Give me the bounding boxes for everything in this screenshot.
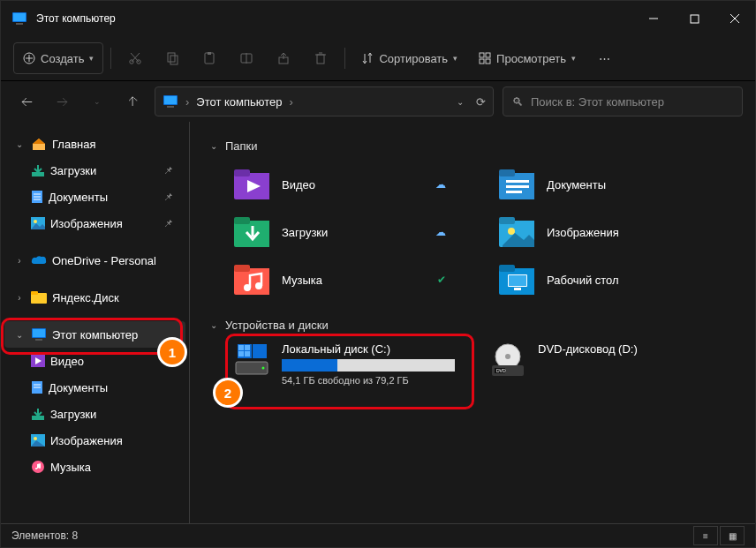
chevron-right-icon[interactable]: › bbox=[13, 291, 26, 304]
drive-c[interactable]: Локальный диск (C:) 54,1 ГБ свободно из … bbox=[234, 342, 455, 386]
svg-rect-15 bbox=[170, 56, 178, 64]
svg-rect-58 bbox=[506, 185, 529, 188]
svg-point-39 bbox=[34, 220, 37, 223]
search-input[interactable]: 🔍︎ Поиск в: Этот компьютер bbox=[503, 86, 743, 116]
tree-home[interactable]: ⌄ Главная bbox=[4, 131, 185, 157]
tree-pictures2[interactable]: Изображения bbox=[4, 427, 185, 454]
folder-documents[interactable]: Документы bbox=[499, 163, 737, 206]
downloads-icon bbox=[234, 216, 269, 248]
svg-text:DVD: DVD bbox=[496, 368, 506, 373]
up-button[interactable]: 🡡 bbox=[119, 88, 146, 115]
window-title: Этот компьютер bbox=[36, 12, 633, 25]
close-button[interactable] bbox=[714, 1, 755, 36]
chevron-down-icon[interactable]: ⌄ bbox=[208, 140, 220, 153]
svg-rect-28 bbox=[480, 59, 484, 64]
view-button[interactable]: Просмотреть ▾ bbox=[470, 43, 585, 73]
drive-dvd[interactable]: DVD DVD-дисковод (D:) bbox=[490, 342, 684, 378]
folder-pictures[interactable]: Изображения bbox=[499, 211, 737, 253]
thispc-icon bbox=[11, 11, 27, 26]
svg-point-85 bbox=[505, 354, 510, 359]
chevron-down-icon[interactable]: ⌄ bbox=[208, 319, 220, 332]
drive-icon bbox=[234, 342, 269, 378]
chevron-down-icon: ▾ bbox=[453, 54, 457, 63]
tree-documents2[interactable]: Документы bbox=[4, 374, 185, 401]
drive-name: Локальный диск (C:) bbox=[282, 342, 455, 356]
refresh-button[interactable]: ⟳ bbox=[476, 95, 486, 109]
navigation-row: 🡠 🡢 ⌄ 🡡 › Этот компьютер › ⌄ ⟳ 🔍︎ Поиск … bbox=[1, 81, 755, 122]
tree-thispc[interactable]: ⌄ Этот компьютер bbox=[4, 321, 185, 348]
cut-button[interactable] bbox=[118, 43, 152, 73]
svg-rect-2 bbox=[16, 23, 23, 25]
sort-button[interactable]: Сортировать ▾ bbox=[352, 43, 466, 73]
svg-rect-4 bbox=[691, 15, 699, 23]
svg-rect-59 bbox=[506, 191, 522, 193]
svg-rect-73 bbox=[514, 288, 521, 290]
tree-downloads[interactable]: Загрузки 📌︎ bbox=[4, 157, 185, 184]
onedrive-icon bbox=[31, 255, 47, 266]
paste-button[interactable] bbox=[193, 43, 226, 73]
folder-label: Документы bbox=[547, 178, 606, 191]
item-count: Элементов: 8 bbox=[11, 529, 78, 542]
rename-button[interactable] bbox=[230, 43, 263, 73]
chevron-right-icon[interactable]: › bbox=[13, 254, 26, 266]
forward-button[interactable]: 🡢 bbox=[49, 88, 75, 115]
svg-rect-41 bbox=[31, 291, 38, 295]
history-dropdown[interactable]: ⌄ bbox=[84, 88, 110, 115]
svg-rect-32 bbox=[167, 106, 174, 108]
chevron-down-icon[interactable]: ⌄ bbox=[13, 138, 26, 150]
pin-icon[interactable]: 📌︎ bbox=[163, 165, 173, 176]
tree-music[interactable]: Музыка bbox=[4, 454, 185, 480]
drive-name: DVD-дисковод (D:) bbox=[538, 342, 684, 356]
toolbar: Создать ▾ Сортировать ▾ Просмотреть ▾ ⋯ bbox=[1, 36, 755, 81]
details-view-button[interactable]: ≡ bbox=[693, 526, 718, 545]
back-button[interactable]: 🡠 bbox=[13, 88, 40, 115]
svg-rect-80 bbox=[245, 345, 250, 350]
folder-music[interactable]: Музыка ✔ bbox=[234, 259, 472, 301]
separator bbox=[344, 48, 345, 69]
maximize-button[interactable] bbox=[674, 1, 714, 36]
tree-pictures[interactable]: Изображения 📌︎ bbox=[4, 210, 185, 236]
tree-label: OneDrive - Personal bbox=[52, 254, 156, 267]
folder-label: Изображения bbox=[547, 226, 619, 239]
chevron-down-icon: ▾ bbox=[571, 54, 576, 63]
video-icon bbox=[234, 169, 269, 200]
chevron-down-icon[interactable]: ⌄ bbox=[457, 97, 464, 107]
folder-label: Музыка bbox=[282, 274, 322, 287]
svg-rect-21 bbox=[317, 55, 324, 64]
chevron-down-icon: ▾ bbox=[89, 54, 94, 63]
tree-downloads2[interactable]: Загрузки bbox=[4, 401, 185, 427]
create-button[interactable]: Создать ▾ bbox=[13, 42, 103, 74]
address-bar[interactable]: › Этот компьютер › ⌄ ⟳ bbox=[155, 86, 494, 116]
cloud-sync-icon: ☁ bbox=[435, 226, 446, 238]
marker-1: 1 bbox=[157, 337, 187, 367]
dvd-icon: DVD bbox=[490, 342, 525, 378]
folder-downloads[interactable]: Загрузки ☁ bbox=[234, 211, 472, 253]
tree-label: Изображения bbox=[50, 217, 123, 230]
breadcrumb-separator: › bbox=[290, 95, 293, 109]
folder-video[interactable]: Видео ☁ bbox=[234, 163, 472, 206]
svg-rect-81 bbox=[238, 351, 244, 357]
svg-rect-65 bbox=[234, 268, 269, 295]
copy-button[interactable] bbox=[155, 43, 189, 73]
pin-icon[interactable]: 📌︎ bbox=[163, 191, 173, 202]
desktop-icon bbox=[499, 264, 534, 296]
svg-rect-63 bbox=[499, 217, 515, 224]
separator bbox=[110, 48, 111, 69]
chevron-down-icon[interactable]: ⌄ bbox=[13, 328, 26, 341]
tree-onedrive[interactable]: › OneDrive - Personal bbox=[4, 247, 185, 274]
pin-icon[interactable]: 📌︎ bbox=[163, 218, 173, 229]
tree-yandex[interactable]: › Яндекс.Диск bbox=[4, 284, 185, 311]
group-folders[interactable]: ⌄ Папки bbox=[208, 139, 737, 153]
share-button[interactable] bbox=[267, 43, 300, 73]
breadcrumb[interactable]: Этот компьютер bbox=[196, 95, 282, 109]
breadcrumb-separator: › bbox=[185, 95, 189, 109]
svg-rect-82 bbox=[245, 351, 250, 357]
minimize-button[interactable] bbox=[633, 1, 674, 36]
group-devices[interactable]: ⌄ Устройства и диски bbox=[208, 319, 737, 332]
delete-button[interactable] bbox=[304, 43, 337, 73]
more-button[interactable]: ⋯ bbox=[588, 43, 622, 73]
folder-desktop[interactable]: Рабочий стол bbox=[499, 259, 737, 301]
tree-documents[interactable]: Документы 📌︎ bbox=[4, 184, 185, 210]
grid-view-button[interactable]: ▦ bbox=[720, 526, 745, 545]
usage-bar bbox=[282, 359, 455, 372]
